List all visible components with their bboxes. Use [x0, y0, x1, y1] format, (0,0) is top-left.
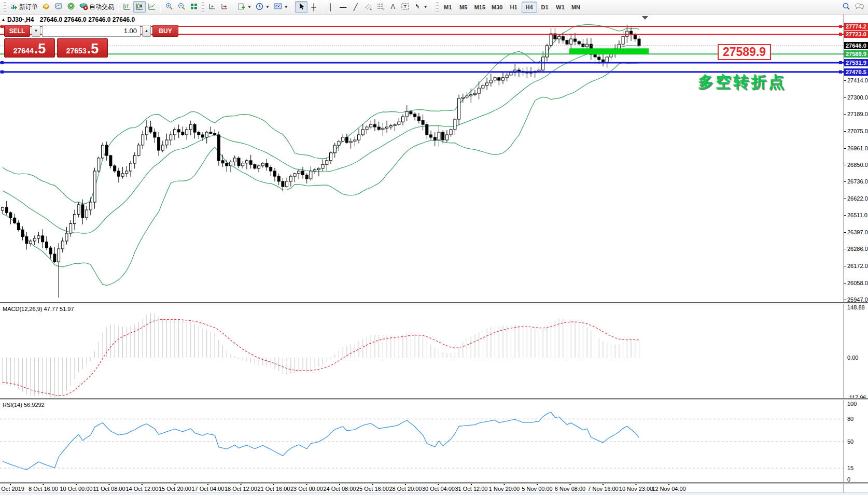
bull-candle — [366, 127, 368, 130]
price-scale[interactable]: 27414.027300.027189.027075.026961.026850… — [844, 15, 868, 495]
bear-candle — [602, 60, 605, 62]
trendline-button[interactable]: ╱ — [349, 1, 362, 13]
bear-candle — [426, 124, 428, 135]
bear-candle — [277, 176, 280, 181]
bar-chart-button[interactable] — [121, 1, 133, 13]
bear-candle — [149, 127, 152, 132]
tile-windows-button[interactable] — [188, 1, 200, 13]
bull-candle — [482, 86, 484, 88]
text-label-icon: T — [401, 3, 409, 12]
new-order-icon — [10, 3, 18, 12]
buy-button[interactable]: BUY — [152, 25, 178, 37]
timeframe-button-m30[interactable]: M30 — [488, 2, 506, 13]
cursor-button[interactable] — [295, 1, 307, 13]
toolbar-grip[interactable] — [4, 2, 6, 12]
hline-price-tag: 27774.2 — [844, 23, 868, 30]
equidistant-channel-button[interactable]: E — [362, 1, 374, 13]
zoom-out-button[interactable] — [175, 1, 188, 13]
line-chart-button[interactable] — [146, 1, 158, 13]
line-handle — [1, 25, 4, 28]
bear-candle — [105, 145, 108, 155]
bull-candle — [286, 181, 288, 187]
timeframe-button-m15[interactable]: M15 — [471, 2, 488, 13]
bear-candle — [181, 132, 184, 135]
candlestick-chart-icon — [135, 3, 144, 12]
price-tick-mark — [844, 300, 846, 300]
chat-button[interactable] — [852, 1, 866, 13]
new-chart-button[interactable]: ▼ — [235, 1, 254, 13]
bull-candle — [189, 124, 192, 130]
zoom-in-button[interactable] — [163, 1, 175, 13]
crosshair-button[interactable]: ┼ — [307, 1, 320, 13]
panel-separator[interactable] — [0, 302, 868, 304]
bear-candle — [594, 54, 596, 57]
bear-candle — [270, 167, 272, 172]
bull-candle — [145, 127, 148, 135]
timeframe-button-h4[interactable]: H4 — [522, 2, 537, 13]
chart-shift-marker — [642, 16, 648, 20]
one-click-collapse-icon[interactable]: ▲ — [1, 17, 6, 22]
arrows-button[interactable]: ▼ — [412, 1, 430, 13]
text-button[interactable]: A — [387, 1, 399, 13]
toolbar-grip[interactable] — [202, 2, 204, 12]
toolbar-grip[interactable] — [436, 2, 439, 12]
horizontal-line-button[interactable]: — — [337, 1, 349, 13]
bear-candle — [414, 114, 416, 117]
autotrading-button[interactable]: 自动交易 — [77, 1, 116, 13]
news-button[interactable] — [65, 1, 77, 13]
bear-candle — [410, 111, 412, 114]
timeframe-button-mn[interactable]: MN — [568, 2, 584, 13]
vertical-line-button[interactable]: │ — [325, 1, 337, 13]
horizontal-line-icon: — — [340, 4, 346, 10]
buy-price-button[interactable]: 27653 .5 — [57, 38, 108, 58]
bear-candle — [377, 127, 380, 130]
price-annotation-box[interactable]: 27589.9 — [718, 44, 771, 60]
bull-candle — [342, 137, 344, 142]
time-axis-label: 21 Oct 16:00 — [258, 486, 290, 492]
bull-candle — [489, 80, 492, 83]
sell-price-button[interactable]: 27644 .5 — [4, 38, 55, 58]
timeframe-button-m1[interactable]: M1 — [440, 2, 456, 13]
time-axis-label: 28 Oct 20:00 — [389, 486, 422, 492]
timeframe-button-h1[interactable]: H1 — [506, 2, 522, 13]
time-axis-label: 14 Oct 12:00 — [126, 486, 159, 492]
new-order-button[interactable]: 新订单 — [8, 1, 40, 13]
bull-candle — [394, 124, 396, 125]
timeframe-button-m5[interactable]: M5 — [456, 2, 471, 13]
timeframe-button-w1[interactable]: W1 — [553, 2, 568, 13]
highlight-bar-annotation[interactable] — [569, 48, 649, 54]
time-axis-label: 5 Nov 00:00 — [522, 486, 552, 492]
templates-button[interactable]: ▼ — [272, 1, 290, 13]
search-button[interactable] — [840, 1, 852, 13]
volume-input[interactable] — [42, 25, 141, 37]
time-axis-label: 31 Oct 12:00 — [455, 486, 488, 492]
rsi-tick-label: 100 — [847, 401, 857, 407]
panel-separator[interactable] — [0, 398, 868, 400]
fibonacci-button[interactable]: F — [374, 1, 387, 13]
bull-candle — [354, 140, 356, 141]
turning-point-annotation[interactable]: 多空转折点 — [698, 72, 786, 93]
data-window-button[interactable] — [52, 1, 65, 13]
bull-candle — [458, 98, 460, 119]
bull-candle — [389, 125, 392, 127]
timeframe-button-d1[interactable]: D1 — [537, 2, 553, 13]
sell-button[interactable]: SELL — [4, 25, 30, 37]
macd-tick-label: 0.00 — [847, 355, 858, 361]
bull-candle — [230, 162, 232, 166]
candlestick-chart-button[interactable] — [133, 1, 146, 13]
panel-separator[interactable] — [0, 482, 868, 484]
auto-scroll-button[interactable] — [206, 1, 218, 13]
bull-candle — [506, 75, 508, 78]
price-tick-mark — [844, 97, 846, 98]
volume-increase-button[interactable]: ▲ — [142, 25, 151, 37]
periods-button[interactable]: ▼ — [254, 1, 272, 13]
bear-candle — [274, 171, 276, 176]
bull-candle — [317, 168, 320, 170]
bear-candle — [153, 132, 156, 137]
chart-shift-button[interactable] — [218, 1, 231, 13]
fibonacci-icon: F — [376, 3, 385, 12]
volume-decrease-button[interactable]: ▼ — [32, 25, 40, 37]
text-label-button[interactable]: T — [399, 1, 412, 13]
market-watch-button[interactable] — [40, 1, 52, 13]
mt4-window: 新订单 自动交易 — [0, 0, 868, 495]
